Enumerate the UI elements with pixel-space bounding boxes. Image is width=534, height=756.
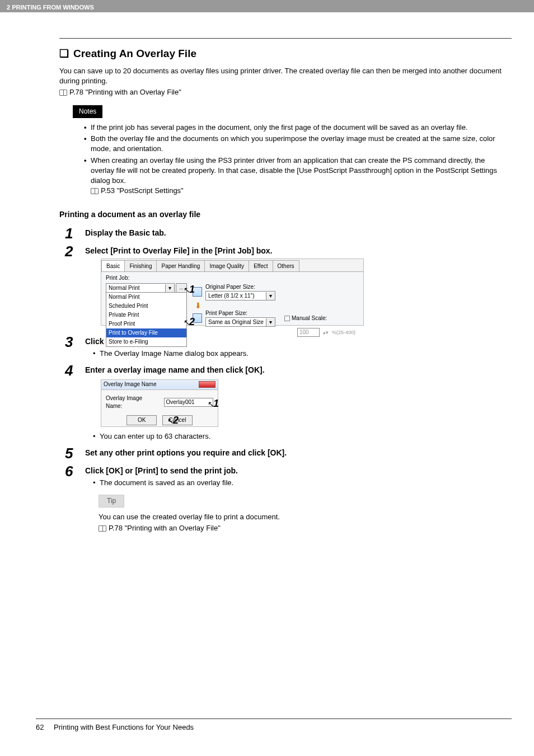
step-title: Click [OK] or [Print] to send the print … — [85, 466, 512, 477]
overlay-name-label: Overlay Image Name: — [106, 395, 160, 410]
arrow-down-icon: ⬇ — [195, 302, 359, 309]
step-detail: The Overlay Image Name dialog box appear… — [93, 349, 512, 359]
print-paper-size-label: Print Paper Size: — [205, 309, 275, 317]
reference-link-1[interactable]: P.78 "Printing with an Overlay File" — [59, 87, 512, 97]
tab-effect[interactable]: Effect — [249, 260, 273, 271]
callout-number: 2 — [189, 316, 195, 327]
section-heading: Creating An Overlay File — [73, 46, 196, 62]
tab-image-quality[interactable]: Image Quality — [204, 260, 249, 271]
tip-reference[interactable]: P.78 "Printing with an Overlay File" — [99, 523, 512, 533]
dialog-titlebar: Overlay Image Name — [101, 380, 218, 390]
step-number: 6 — [65, 464, 77, 534]
notes-label: Notes — [73, 105, 102, 118]
manual-scale-label: Manual Scale: — [284, 314, 327, 322]
step-number: 3 — [65, 335, 77, 360]
step-detail: The document is saved as an overlay file… — [93, 478, 512, 488]
original-paper-size-label: Original Paper Size: — [205, 283, 275, 291]
tab-paper-handling[interactable]: Paper Handling — [156, 260, 205, 271]
step-title: Set any other print options you require … — [85, 448, 512, 459]
print-paper-size-select[interactable]: Same as Original Size▾ — [205, 317, 275, 327]
step-number: 4 — [65, 363, 77, 443]
dropdown-option[interactable]: Scheduled Print — [106, 302, 186, 311]
book-icon — [91, 188, 99, 194]
chapter-title: 2 PRINTING FROM WINDOWS — [7, 4, 94, 11]
book-icon — [59, 90, 67, 96]
step-title: Display the Basic tab. — [85, 228, 512, 239]
step-number: 1 — [65, 226, 77, 241]
manual-scale-checkbox[interactable] — [284, 316, 290, 321]
note-item: When creating an overlay file using the … — [84, 156, 509, 196]
step-detail: You can enter up to 63 characters. — [93, 431, 512, 442]
page-footer: 62 Printing with Best Functions for Your… — [36, 719, 512, 732]
book-icon — [99, 525, 106, 532]
footer-section: Printing with Best Functions for Your Ne… — [54, 723, 194, 731]
step-title: Enter a overlay image name and then clic… — [85, 365, 512, 376]
note-item: Both the overlay file and the documents … — [84, 134, 509, 154]
step-number: 2 — [65, 244, 77, 332]
dialog-title: Overlay Image Name — [104, 381, 156, 388]
print-job-label: Print Job: — [106, 274, 363, 282]
dropdown-option[interactable]: Proof Print — [106, 320, 186, 328]
callout-number: 1 — [189, 284, 195, 295]
tip-text: You can use the created overlay file to … — [99, 512, 512, 522]
print-job-combo[interactable]: Normal Print▾ — [106, 283, 175, 293]
print-job-dropdown: Normal Print Scheduled Print Private Pri… — [106, 292, 187, 347]
tab-basic[interactable]: Basic — [101, 260, 125, 271]
subsection-heading: Printing a document as an overlay file — [59, 209, 512, 220]
notes-list: If the print job has several pages in th… — [84, 123, 512, 196]
note-ref[interactable]: P.53 "PostScript Settings" — [101, 186, 184, 195]
tab-finishing[interactable]: Finishing — [124, 260, 157, 271]
dropdown-option[interactable]: Normal Print — [106, 293, 186, 302]
page-number: 62 — [36, 722, 44, 732]
header-bar: 2 PRINTING FROM WINDOWS — [0, 0, 534, 12]
chevron-down-icon: ▾ — [165, 284, 174, 292]
top-rule — [59, 38, 512, 39]
scale-range-label: %(25-400) — [332, 329, 355, 336]
close-icon[interactable] — [199, 381, 216, 388]
overlay-name-input[interactable]: Overlay001 — [164, 398, 213, 407]
manual-scale-input[interactable]: 100 — [297, 328, 320, 337]
step-title: Select [Print to Overlay File] in the [P… — [85, 246, 512, 257]
callout-number: 1 — [213, 398, 219, 409]
callout-number: 2 — [173, 415, 179, 426]
tab-others[interactable]: Others — [273, 260, 299, 271]
dropdown-option[interactable]: Private Print — [106, 311, 186, 320]
tip-label: Tip — [99, 495, 124, 508]
ok-button[interactable]: OK — [127, 415, 157, 425]
original-paper-size-select[interactable]: Letter (8 1/2 x 11")▾ — [205, 291, 275, 300]
h2-bullet: ❏ — [59, 46, 69, 62]
chevron-down-icon: ▾ — [266, 318, 275, 326]
dropdown-option[interactable]: Store to e-Filing — [106, 337, 186, 346]
overlay-name-dialog-screenshot: Overlay Image Name Overlay Image Name: O… — [101, 379, 218, 427]
step-number: 5 — [65, 446, 77, 461]
dropdown-option-selected[interactable]: Print to Overlay File — [106, 328, 186, 337]
print-driver-screenshot: Basic Finishing Paper Handling Image Qua… — [101, 259, 364, 326]
chevron-down-icon: ▾ — [266, 292, 275, 300]
intro-paragraph: You can save up to 20 documents as overl… — [59, 66, 512, 86]
note-item: If the print job has several pages in th… — [84, 123, 509, 133]
tab-strip: Basic Finishing Paper Handling Image Qua… — [101, 259, 363, 272]
